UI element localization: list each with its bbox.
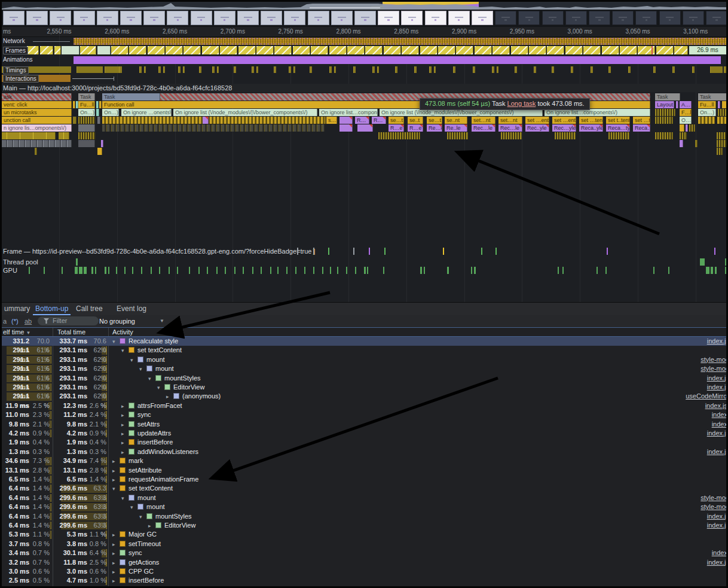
- table-row[interactable]: 6.4 ms1.4 %299.6 ms63.3 %▾mountstyle-mod: [2, 493, 726, 502]
- thread-pool-track[interactable]: Thread pool: [2, 258, 726, 266]
- source-link[interactable]: useCodeMirror: [686, 392, 726, 401]
- filmstrip-thumbnail[interactable]: [331, 11, 353, 25]
- table-row[interactable]: 3.7 ms0.8 %3.8 ms0.8 %▸setTimeout: [2, 540, 726, 549]
- grouping-select[interactable]: No grouping: [99, 315, 135, 327]
- source-link[interactable]: index.: [712, 549, 726, 557]
- filmstrip-thumbnail[interactable]: [472, 11, 493, 25]
- frame-block[interactable]: [547, 46, 564, 54]
- flame-bar[interactable]: [717, 132, 726, 139]
- source-link[interactable]: index.js: [707, 558, 726, 567]
- expand-icon[interactable]: ▸: [121, 438, 129, 447]
- flame-bar[interactable]: On ignore list (\/node_modules\/|\/bower…: [173, 109, 317, 116]
- flame-bar[interactable]: [695, 140, 698, 147]
- collapse-icon[interactable]: ▾: [121, 494, 129, 503]
- expand-icon[interactable]: ▸: [121, 411, 129, 420]
- flame-bar[interactable]: [717, 117, 726, 124]
- filmstrip-thumbnail[interactable]: [50, 11, 71, 25]
- collapse-icon[interactable]: ▾: [139, 365, 146, 374]
- flame-bar[interactable]: Reca..yle: [579, 124, 603, 132]
- flame-bar[interactable]: Task: [102, 93, 160, 100]
- filmstrip-thumbnail[interactable]: [518, 11, 540, 25]
- frame-block[interactable]: [62, 46, 79, 54]
- flame-bar[interactable]: [78, 140, 95, 147]
- flame-bar[interactable]: On…): [102, 109, 119, 116]
- flame-bar[interactable]: set …ent: [525, 117, 549, 124]
- column-total-time[interactable]: Total time: [57, 328, 85, 336]
- frame-block[interactable]: [475, 46, 492, 54]
- flame-bar[interactable]: [102, 117, 326, 124]
- filmstrip-thumbnail[interactable]: [401, 11, 423, 25]
- flame-bar[interactable]: Fu…ll: [78, 101, 95, 108]
- table-row[interactable]: 2.5 ms0.5 %4.7 ms1.0 %▸insertBefore: [2, 576, 726, 585]
- flame-bar[interactable]: unction call: [2, 117, 72, 124]
- cpu-overview-strip[interactable]: [2, 2, 726, 10]
- source-link[interactable]: index.js: [707, 374, 726, 383]
- filmstrip-thumbnail[interactable]: [542, 11, 564, 25]
- frame-block[interactable]: [238, 46, 256, 54]
- flame-bar[interactable]: Rec…le: [472, 124, 495, 132]
- collapse-icon[interactable]: ▾: [130, 503, 137, 512]
- table-row[interactable]: 1.9 ms0.4 %1.9 ms0.4 %▸insertBefore: [2, 438, 726, 447]
- frame-block[interactable]: [129, 46, 146, 54]
- frame-block[interactable]: [656, 46, 674, 54]
- frame-block[interactable]: [293, 46, 310, 54]
- table-row[interactable]: 6.4 ms1.4 %299.6 ms63.3 %▾set textConten…: [2, 484, 726, 493]
- frame-block[interactable]: [602, 46, 619, 54]
- filmstrip-thumbnail[interactable]: [97, 11, 118, 25]
- flame-bar[interactable]: [339, 117, 353, 124]
- frame-block[interactable]: [80, 46, 96, 54]
- flame-bar[interactable]: n ignore lis…omponents\/): [2, 124, 72, 132]
- table-row[interactable]: 6.5 ms1.4 %6.5 ms1.4 %▸requestAnimationF…: [2, 475, 726, 484]
- filmstrip-thumbnail[interactable]: [191, 11, 212, 25]
- table-row[interactable]: 3.0 ms0.6 %3.0 ms0.6 %▸CPP GC: [2, 567, 726, 576]
- flame-bar[interactable]: set…nt: [472, 117, 495, 124]
- match-case-icon[interactable]: a: [3, 315, 7, 327]
- frame-block[interactable]: [166, 46, 183, 54]
- flame-bar[interactable]: [97, 117, 100, 124]
- flame-bar[interactable]: [59, 132, 69, 139]
- tab-event-log[interactable]: Event log: [114, 303, 149, 315]
- frame-block[interactable]: [274, 46, 292, 54]
- flame-bar[interactable]: set …tent: [633, 117, 650, 124]
- frame-block[interactable]: [202, 46, 219, 54]
- expand-icon[interactable]: ▸: [121, 402, 129, 411]
- flame-bar[interactable]: R…: [355, 117, 369, 124]
- filmstrip-thumbnail[interactable]: [425, 11, 446, 25]
- source-link[interactable]: index.js: [707, 521, 726, 530]
- column-self-time[interactable]: elf time ▼: [3, 328, 30, 337]
- source-link[interactable]: index.: [712, 420, 726, 429]
- flame-bar[interactable]: Task: [698, 93, 726, 100]
- flame-bar[interactable]: vent: click: [2, 101, 72, 108]
- table-row[interactable]: 1.3 ms0.3 %1.3 ms0.3 %▸addWindowListener…: [2, 447, 726, 456]
- frame-block[interactable]: [183, 46, 201, 54]
- expand-icon[interactable]: ▸: [166, 392, 173, 401]
- collapse-icon[interactable]: ▾: [148, 374, 155, 383]
- table-row[interactable]: 11.0 ms2.3 %11.2 ms2.4 %▸syncindex.: [2, 410, 726, 419]
- flame-bar[interactable]: [339, 124, 353, 132]
- match-whole-word-icon[interactable]: ab: [25, 315, 32, 327]
- table-row[interactable]: 5.3 ms1.1 %5.3 ms1.1 %▸Major GC: [2, 530, 726, 539]
- table-row[interactable]: 6.4 ms1.4 %299.6 ms63.3 %▸EditorViewinde…: [2, 521, 726, 530]
- flame-bar[interactable]: ask: [2, 93, 72, 100]
- flame-bar[interactable]: [608, 132, 629, 139]
- flame-bar[interactable]: [680, 140, 683, 147]
- flame-bar[interactable]: [717, 140, 726, 147]
- filmstrip-thumbnail[interactable]: [237, 11, 259, 25]
- table-row[interactable]: 291.1 ms61.6 %293.1 ms62.0 %▾EditorViewi…: [2, 383, 726, 392]
- flame-bar[interactable]: [501, 132, 522, 139]
- expand-icon[interactable]: ▸: [112, 531, 120, 540]
- frame-block[interactable]: [311, 46, 328, 54]
- table-row[interactable]: 3.4 ms0.7 %30.1 ms6.4 %▸syncindex.: [2, 549, 726, 557]
- frame-block[interactable]: [620, 46, 637, 54]
- flame-bar[interactable]: Reca…tyle: [606, 124, 630, 132]
- flame-bar[interactable]: Re..le: [445, 124, 467, 132]
- flame-bar[interactable]: [2, 140, 72, 147]
- expand-icon[interactable]: ▸: [112, 577, 120, 586]
- flame-bar[interactable]: Rec…yle: [552, 124, 576, 132]
- flame-bar[interactable]: [97, 148, 102, 155]
- flame-bar[interactable]: Fu…ll: [698, 101, 716, 108]
- collapse-icon[interactable]: ▾: [157, 383, 164, 392]
- flame-bar[interactable]: Task: [655, 93, 680, 100]
- source-link[interactable]: index.js: [707, 337, 726, 346]
- filmstrip-thumbnail[interactable]: [167, 11, 188, 25]
